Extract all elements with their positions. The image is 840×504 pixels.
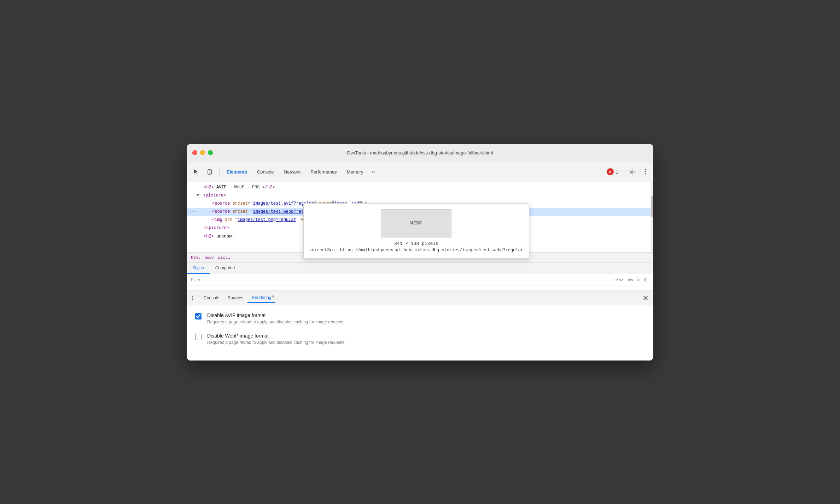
tab-computed[interactable]: Computed <box>210 263 240 274</box>
rendering-panel: Disable AVIF image format Requires a pag… <box>187 305 653 361</box>
tag-picture-close: </picture> <box>204 225 229 230</box>
image-tooltip: WEBP 341 × 138 pixels currentSrc: https:… <box>303 203 529 259</box>
tooltip-image-preview: WEBP <box>381 209 451 238</box>
svg-point-3 <box>645 169 646 170</box>
attr-src: src <box>225 217 233 222</box>
breadcrumb-html[interactable]: html <box>191 255 200 260</box>
error-icon: ✕ <box>607 168 614 175</box>
tag-img-open: <img <box>212 217 222 222</box>
bottom-drawer: Console Sources Rendering ✕ <box>187 291 653 361</box>
avif-checkbox-wrapper[interactable] <box>195 313 202 320</box>
title-bar: DevTools - mathiasbynens.github.io/css-d… <box>187 144 653 162</box>
webp-description: Requires a page reload to apply and disa… <box>207 340 346 345</box>
drawer-tab-rendering[interactable]: Rendering ✕ <box>247 293 275 303</box>
drawer-menu-button[interactable] <box>189 293 199 303</box>
tooltip-dimensions: 341 × 138 pixels <box>309 241 523 246</box>
avif-title: Disable AVIF image format <box>207 312 346 318</box>
tab-elements[interactable]: Elements <box>222 167 251 177</box>
more-options-button[interactable] <box>641 165 651 178</box>
toggle-icon-btn[interactable]: ⊞ <box>643 277 649 283</box>
avif-description: Requires a page reload to apply and disa… <box>207 320 346 324</box>
svg-point-6 <box>192 296 193 297</box>
tab-performance[interactable]: Performance <box>306 167 341 177</box>
attr-srcset-webp: srcset <box>233 209 248 214</box>
triangle-icon: ▼ <box>197 193 199 198</box>
rendering-tab-close[interactable]: ✕ <box>272 294 275 299</box>
add-rule-btn[interactable]: + <box>636 276 641 283</box>
styles-area: Styles Computed Filter :hov .cls + ⊞ <box>187 262 653 291</box>
tag-h2-unknown-open: <h2> <box>204 234 214 239</box>
filter-input-label[interactable]: Filter <box>191 277 200 282</box>
tag-h2-close: </h2> <box>262 185 275 190</box>
devtools-window: DevTools - mathiasbynens.github.io/css-d… <box>187 144 653 361</box>
rendering-item-webp: Disable WebP image format Requires a pag… <box>195 333 645 345</box>
tooltip-current-src: currentSrc: https://mathiasbynens.github… <box>309 248 523 253</box>
devtools-content: <h2> AVIF → WebP → PNG </h2> ▼ <picture>… <box>187 182 653 361</box>
devtools-toolbar: Elements Console Network Performance Mem… <box>187 162 653 182</box>
classes-btn[interactable]: .cls <box>625 277 634 283</box>
tab-network[interactable]: Network <box>280 167 305 177</box>
breadcrumb-picture[interactable]: pict… <box>218 255 230 260</box>
svg-point-4 <box>645 171 646 172</box>
breadcrumb-body[interactable]: body <box>205 255 214 260</box>
error-count: 1 <box>616 169 618 175</box>
more-tabs-button[interactable]: » <box>369 166 378 177</box>
elements-line-picture[interactable]: ▼ <picture> <box>187 192 653 200</box>
tag-picture: <picture> <box>203 193 226 198</box>
maximize-button[interactable] <box>208 150 213 155</box>
rendering-item-avif: Disable AVIF image format Requires a pag… <box>195 312 645 324</box>
drawer-tab-console[interactable]: Console <box>199 293 223 303</box>
tag-source-open-webp: <source <box>212 209 230 214</box>
drawer-tabs: Console Sources Rendering ✕ <box>187 291 653 305</box>
svg-point-8 <box>192 299 193 300</box>
pseudo-classes-btn[interactable]: :hov <box>614 277 624 283</box>
tab-memory[interactable]: Memory <box>343 167 368 177</box>
attr-value-src: images/test.png?regular <box>238 217 296 222</box>
close-button[interactable] <box>192 150 197 155</box>
drawer-close-button[interactable] <box>641 293 651 303</box>
attr-srcset-avif: srcset <box>233 201 248 206</box>
webp-checkbox-wrapper[interactable] <box>195 334 202 340</box>
toolbar-divider-2 <box>622 167 622 177</box>
svg-rect-1 <box>209 170 211 173</box>
toolbar-divider <box>219 167 220 177</box>
tab-styles[interactable]: Styles <box>187 263 210 274</box>
elements-scrollbar[interactable] <box>651 182 653 252</box>
avif-checkbox[interactable] <box>195 313 202 320</box>
arrow-text: → WebP → PNG <box>229 185 259 190</box>
dots-icon: ··· <box>189 209 197 215</box>
elements-line-h2[interactable]: <h2> AVIF → WebP → PNG </h2> <box>187 183 653 192</box>
filter-row: Filter :hov .cls + ⊞ <box>187 274 653 286</box>
device-toggle-button[interactable] <box>204 165 216 178</box>
tag-source-open-avif: <source <box>212 201 230 206</box>
tag-h2-open: <h2> <box>204 185 214 190</box>
filter-toolbar: :hov .cls + ⊞ <box>614 276 649 283</box>
h2-text: AVIF <box>216 185 227 190</box>
svg-point-5 <box>645 174 646 175</box>
tab-console[interactable]: Console <box>253 167 278 177</box>
webp-title: Disable WebP image format <box>207 333 346 339</box>
elements-panel: <h2> AVIF → WebP → PNG </h2> ▼ <picture>… <box>187 182 653 253</box>
styles-tabs: Styles Computed <box>187 263 653 274</box>
traffic-lights <box>192 150 213 155</box>
avif-text-block: Disable AVIF image format Requires a pag… <box>207 312 346 324</box>
settings-button[interactable] <box>626 165 638 178</box>
toolbar-right: ✕ 1 <box>607 165 651 178</box>
webp-text-block: Disable WebP image format Requires a pag… <box>207 333 346 345</box>
minimize-button[interactable] <box>200 150 205 155</box>
webp-checkbox[interactable] <box>195 334 202 340</box>
cursor-tool-button[interactable] <box>189 165 202 178</box>
elements-scrollbar-thumb[interactable] <box>651 196 653 217</box>
svg-point-7 <box>192 298 193 299</box>
window-title: DevTools - mathiasbynens.github.io/css-d… <box>347 150 493 156</box>
h2-unknown-text: unknow… <box>216 234 234 239</box>
svg-point-2 <box>209 173 210 174</box>
drawer-tab-sources[interactable]: Sources <box>223 293 247 303</box>
